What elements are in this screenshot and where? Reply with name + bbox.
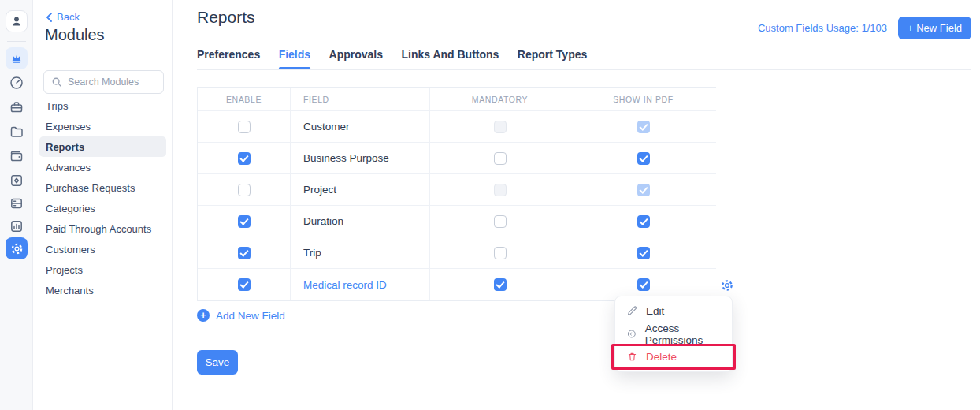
add-new-field-label: Add New Field bbox=[216, 310, 285, 322]
folder-icon[interactable] bbox=[9, 124, 24, 140]
tab-fields[interactable]: Fields bbox=[279, 48, 310, 69]
back-link[interactable]: Back bbox=[46, 11, 80, 23]
briefcase-icon[interactable] bbox=[9, 99, 24, 115]
custom-fields-usage-link[interactable]: Custom Fields Usage: 1/103 bbox=[758, 22, 887, 34]
app-window: Back Modules Search Modules Trips Expens… bbox=[0, 0, 980, 410]
sidebar-item-purchase-requests[interactable]: Purchase Requests bbox=[39, 177, 166, 198]
enable-checkbox[interactable] bbox=[238, 215, 251, 228]
enable-checkbox[interactable] bbox=[238, 184, 251, 196]
menu-item-edit[interactable]: Edit bbox=[615, 300, 732, 322]
enable-checkbox[interactable] bbox=[238, 278, 251, 291]
show-in-pdf-checkbox[interactable] bbox=[637, 215, 650, 228]
sidebar-item-merchants[interactable]: Merchants bbox=[39, 280, 166, 300]
field-name: Customer bbox=[291, 111, 430, 143]
table-cell-mandatory bbox=[430, 174, 570, 206]
mandatory-checkbox[interactable] bbox=[494, 152, 507, 165]
show-in-pdf-checkbox bbox=[637, 121, 650, 133]
pencil-icon bbox=[626, 305, 638, 317]
wallet-icon[interactable] bbox=[9, 148, 24, 164]
show-in-pdf-checkbox[interactable] bbox=[637, 152, 650, 165]
table-cell-mandatory bbox=[430, 206, 570, 237]
chart-icon[interactable] bbox=[9, 218, 24, 234]
enable-checkbox[interactable] bbox=[238, 121, 251, 133]
search-placeholder: Search Modules bbox=[68, 76, 139, 88]
nav-rail bbox=[0, 0, 33, 410]
column-header-show-in-pdf: SHOW IN PDF bbox=[570, 88, 716, 111]
field-name: Duration bbox=[291, 206, 430, 237]
table-cell-show-in-pdf bbox=[570, 174, 716, 206]
field-name: Project bbox=[291, 174, 430, 206]
sidebar-item-expenses[interactable]: Expenses bbox=[39, 116, 166, 136]
table-cell-show-in-pdf bbox=[570, 143, 716, 174]
table-cell-enable bbox=[198, 237, 291, 269]
table-cell-mandatory bbox=[430, 143, 570, 174]
tab-preferences[interactable]: Preferences bbox=[197, 48, 260, 69]
enable-checkbox[interactable] bbox=[238, 152, 251, 165]
menu-item-label: Edit bbox=[646, 305, 664, 317]
table-cell-enable bbox=[198, 143, 291, 174]
column-header-field: FIELD bbox=[291, 88, 430, 111]
show-in-pdf-checkbox[interactable] bbox=[637, 247, 650, 259]
column-header-mandatory: MANDATORY bbox=[430, 88, 570, 111]
field-name-link[interactable]: Medical record ID bbox=[291, 269, 430, 300]
module-list: Trips Expenses Reports Advances Purchase… bbox=[39, 95, 166, 300]
dashboard-icon[interactable] bbox=[9, 75, 24, 91]
mandatory-checkbox bbox=[494, 121, 507, 133]
tab-approvals[interactable]: Approvals bbox=[329, 48, 383, 69]
table-cell-mandatory bbox=[430, 237, 570, 269]
field-name: Business Purpose bbox=[291, 143, 430, 174]
mandatory-checkbox[interactable] bbox=[494, 247, 507, 259]
menu-item-access-permissions[interactable]: Access Permissions bbox=[615, 322, 732, 345]
table-cell-enable bbox=[198, 111, 291, 143]
row-settings-gear-icon[interactable] bbox=[720, 278, 734, 293]
sidebar-item-reports[interactable]: Reports bbox=[39, 136, 166, 157]
table-cell-enable bbox=[198, 206, 291, 237]
table-cell-show-in-pdf bbox=[570, 237, 716, 269]
table-cell-mandatory bbox=[430, 111, 570, 143]
search-icon bbox=[51, 76, 62, 88]
tabs-bar: Preferences Fields Approvals Links And B… bbox=[197, 47, 971, 70]
sidebar-item-customers[interactable]: Customers bbox=[39, 239, 166, 259]
sidebar-item-projects[interactable]: Projects bbox=[39, 259, 166, 280]
table-cell-show-in-pdf bbox=[570, 111, 716, 143]
admin-crown-icon[interactable] bbox=[6, 47, 28, 69]
panel-title: Modules bbox=[45, 26, 105, 44]
user-icon[interactable] bbox=[6, 10, 28, 32]
settings-gear-icon[interactable] bbox=[6, 237, 28, 259]
trash-icon bbox=[626, 351, 638, 363]
table-cell-show-in-pdf bbox=[570, 206, 716, 237]
menu-item-label: Delete bbox=[646, 351, 677, 363]
show-in-pdf-checkbox[interactable] bbox=[637, 278, 650, 291]
table-cell-enable bbox=[198, 174, 291, 206]
page-title: Reports bbox=[197, 8, 255, 27]
sidebar-item-trips[interactable]: Trips bbox=[39, 95, 166, 116]
show-in-pdf-checkbox bbox=[637, 184, 650, 196]
table-cell-mandatory bbox=[430, 269, 570, 300]
sidebar-item-categories[interactable]: Categories bbox=[39, 198, 166, 218]
chevron-left-icon bbox=[46, 13, 53, 22]
tab-links-and-buttons[interactable]: Links And Buttons bbox=[401, 48, 499, 69]
permissions-icon bbox=[626, 328, 637, 340]
menu-item-label: Access Permissions bbox=[645, 322, 732, 346]
modules-panel: Back Modules Search Modules Trips Expens… bbox=[33, 0, 173, 410]
sidebar-item-paid-through-accounts[interactable]: Paid Through Accounts bbox=[39, 218, 166, 239]
rail-divider bbox=[7, 41, 26, 42]
tab-report-types[interactable]: Report Types bbox=[518, 48, 587, 69]
field-name: Trip bbox=[291, 237, 430, 269]
stack-icon[interactable] bbox=[9, 196, 24, 211]
back-label: Back bbox=[57, 11, 80, 23]
card-diamond-icon[interactable] bbox=[9, 173, 24, 188]
search-modules-input[interactable]: Search Modules bbox=[43, 70, 164, 94]
save-button[interactable]: Save bbox=[197, 350, 238, 375]
sidebar-item-advances[interactable]: Advances bbox=[39, 157, 166, 177]
user-icon bbox=[10, 15, 23, 28]
add-new-field-button[interactable]: + Add New Field bbox=[197, 309, 285, 322]
new-field-button[interactable]: + New Field bbox=[898, 17, 971, 39]
menu-item-delete[interactable]: Delete bbox=[615, 345, 732, 368]
mandatory-checkbox[interactable] bbox=[494, 278, 507, 291]
mandatory-checkbox[interactable] bbox=[494, 215, 507, 228]
plus-circle-icon: + bbox=[197, 309, 210, 322]
mandatory-checkbox bbox=[494, 184, 507, 196]
enable-checkbox[interactable] bbox=[238, 247, 251, 259]
rail-divider bbox=[7, 274, 26, 274]
